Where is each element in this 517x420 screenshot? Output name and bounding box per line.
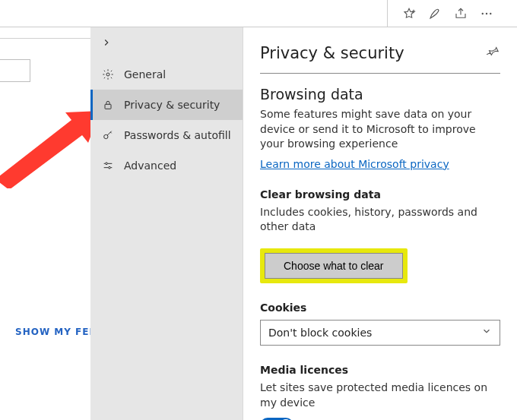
nav-item-label: Privacy & security [124, 99, 220, 111]
chevron-right-icon [101, 37, 112, 50]
gear-icon [101, 68, 115, 81]
web-note-pen-icon[interactable] [427, 6, 442, 21]
settings-content-pane: Privacy & security Browsing data Some fe… [243, 27, 517, 420]
toolbar-actions [388, 0, 517, 27]
page-background-left [0, 27, 90, 420]
settings-sidebar: General Privacy & security Passwords & a… [90, 27, 243, 420]
top-toolbar [0, 0, 517, 27]
svg-point-3 [486, 12, 487, 14]
browsing-data-description: Some features might save data on your de… [260, 107, 500, 152]
address-bar-container [0, 0, 388, 27]
svg-point-10 [106, 163, 108, 165]
nav-item-privacy-security[interactable]: Privacy & security [90, 90, 243, 120]
learn-more-privacy-link[interactable]: Learn more about Microsoft privacy [260, 158, 449, 170]
svg-point-6 [106, 73, 109, 76]
nav-item-advanced[interactable]: Advanced [90, 150, 243, 181]
svg-point-8 [104, 134, 108, 138]
address-bar-input[interactable] [0, 0, 382, 27]
media-licences-description: Let sites save protected media licences … [260, 381, 500, 410]
cookies-heading: Cookies [260, 302, 500, 314]
nav-item-passwords-autofill[interactable]: Passwords & autofill [90, 120, 243, 150]
svg-point-2 [482, 12, 484, 14]
svg-point-12 [109, 166, 111, 169]
pin-icon[interactable] [487, 44, 500, 58]
page-title: Privacy & security [260, 44, 404, 62]
more-dots-icon[interactable] [479, 6, 494, 21]
nav-item-label: Passwords & autofill [124, 129, 231, 141]
search-box-fragment [0, 59, 30, 82]
browsing-data-heading: Browsing data [260, 86, 500, 103]
chevron-down-icon [481, 326, 492, 339]
svg-point-4 [490, 12, 491, 14]
choose-what-to-clear-button[interactable]: Choose what to clear [265, 253, 403, 279]
header-divider [260, 73, 500, 74]
sliders-icon [101, 159, 115, 172]
lock-icon [101, 99, 115, 111]
clear-browsing-data-description: Includes cookies, history, passwords and… [260, 205, 500, 235]
cookies-select[interactable]: Don't block cookies [260, 320, 500, 346]
nav-item-general[interactable]: General [90, 59, 243, 90]
page-divider-line [0, 38, 90, 39]
svg-rect-7 [105, 104, 111, 109]
pane-header: Privacy & security [260, 44, 500, 62]
key-icon [101, 129, 115, 141]
annotation-yellow-highlight: Choose what to clear [260, 248, 408, 283]
nav-back-button[interactable] [90, 27, 243, 59]
favorites-star-icon[interactable] [401, 6, 417, 21]
nav-item-label: Advanced [124, 159, 176, 172]
media-licences-heading: Media licences [260, 364, 500, 376]
share-icon[interactable] [453, 6, 468, 21]
nav-item-label: General [124, 68, 166, 81]
cookies-select-value: Don't block cookies [268, 327, 372, 339]
clear-browsing-data-heading: Clear browsing data [260, 188, 500, 201]
